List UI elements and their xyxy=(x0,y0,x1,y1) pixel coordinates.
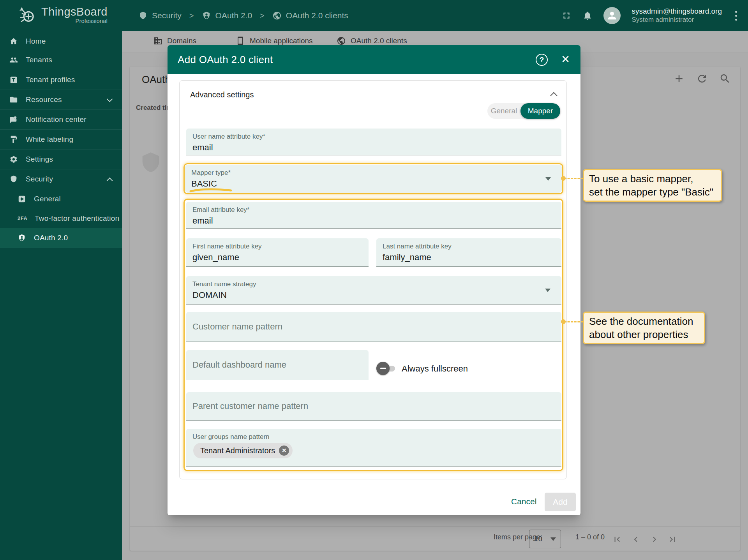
sidebar-item-security-general[interactable]: General xyxy=(0,189,122,209)
help-button[interactable]: ? xyxy=(536,54,548,66)
annotation-text-line: To use a basic mapper, xyxy=(589,172,716,185)
folder-icon xyxy=(9,95,18,104)
tenants-people-icon xyxy=(9,56,18,64)
tenant-administrators-chip[interactable]: Tenant Administrators ✕ xyxy=(193,443,293,458)
field-value: email xyxy=(192,216,555,226)
annotation-text-line: See the documentation xyxy=(589,315,699,328)
sidebar-item-white-labeling[interactable]: White labeling xyxy=(0,129,122,149)
always-fullscreen-label: Always fullscreen xyxy=(402,364,468,374)
yellow-underline-scribble xyxy=(189,188,233,192)
field-label: First name attribute key xyxy=(192,242,362,250)
notification-center-icon xyxy=(9,115,18,124)
field-value: email xyxy=(192,143,555,153)
username-attribute-key-field[interactable]: User name attribute key* email xyxy=(186,129,561,155)
breadcrumb-security[interactable]: Security xyxy=(138,11,182,20)
sidebar-item-notification-center[interactable]: Notification center xyxy=(0,109,122,129)
logo-subtitle: Professional xyxy=(75,18,108,24)
sidebar-item-label: Home xyxy=(26,37,46,46)
sidebar-item-label: White labeling xyxy=(26,135,73,144)
default-dashboard-name-field[interactable]: Default dashboard name xyxy=(186,350,369,380)
general-settings-icon xyxy=(18,195,26,203)
docs-annotation-callout: See the documentation about other proper… xyxy=(583,312,705,344)
mapper-type-select[interactable]: Mapper type* BASIC xyxy=(185,165,562,193)
chevron-down-icon xyxy=(107,96,113,102)
top-toolbar: ThingsBoard Professional Security > OAut… xyxy=(0,0,748,31)
more-menu-button[interactable] xyxy=(733,9,739,22)
annotation-connector-line xyxy=(564,178,583,179)
sidebar-item-home[interactable]: Home xyxy=(0,31,122,51)
dialog-title: Add OAuth 2.0 client xyxy=(178,54,273,66)
sidebar-item-resources[interactable]: Resources xyxy=(0,90,122,109)
format-paint-icon xyxy=(9,135,18,144)
sidebar-item-tenant-profiles[interactable]: Tenant profiles xyxy=(0,70,122,90)
always-fullscreen-toggle[interactable] xyxy=(376,362,399,375)
chip-label: Tenant Administrators xyxy=(200,446,275,455)
tenant-profiles-icon xyxy=(9,76,18,84)
first-name-attribute-key-field[interactable]: First name attribute key given_name xyxy=(186,238,369,267)
toggle-option-general[interactable]: General xyxy=(487,107,520,115)
shield-person-icon xyxy=(18,234,26,242)
breadcrumb-label: OAuth 2.0 clients xyxy=(286,11,348,20)
field-label: Mapper type* xyxy=(191,169,556,177)
cancel-button[interactable]: Cancel xyxy=(506,495,541,509)
toggle-thumb xyxy=(376,362,390,375)
sidebar-item-security[interactable]: Security xyxy=(0,169,122,189)
sidebar-item-settings[interactable]: Settings xyxy=(0,149,122,169)
user-email: sysadmin@thingsboard.org xyxy=(632,7,722,16)
user-info: sysadmin@thingsboard.org System administ… xyxy=(632,7,722,24)
shield-icon xyxy=(9,175,18,183)
sidebar-item-label: Settings xyxy=(26,155,53,164)
chip-remove-icon[interactable]: ✕ xyxy=(279,446,289,456)
sidebar-item-oauth2[interactable]: OAuth 2.0 xyxy=(0,228,122,248)
parent-customer-name-pattern-field[interactable]: Parent customer name pattern xyxy=(186,392,561,421)
annotation-text-line: set the mapper type "Basic" xyxy=(589,185,716,199)
shield-icon xyxy=(138,11,148,20)
field-label: User groups name pattern xyxy=(192,433,555,441)
user-avatar[interactable] xyxy=(603,7,621,24)
field-value: family_name xyxy=(383,252,555,262)
field-placeholder: Default dashboard name xyxy=(192,360,286,370)
user-role: System administrator xyxy=(632,16,722,24)
add-oauth-client-dialog: Add OAuth 2.0 client ? × Advanced settin… xyxy=(168,45,580,515)
field-label: Last name attribute key xyxy=(383,242,555,250)
dialog-header: Add OAuth 2.0 client ? × xyxy=(168,45,580,74)
sidebar-item-label: Notification center xyxy=(26,115,86,124)
breadcrumb-oauth-clients[interactable]: OAuth 2.0 clients xyxy=(272,11,348,20)
field-label: User name attribute key* xyxy=(192,132,555,141)
breadcrumb: Security > OAuth 2.0 > OAuth 2.0 clients xyxy=(138,0,348,31)
collapse-chevron-up-icon[interactable] xyxy=(550,92,557,99)
gear-icon xyxy=(9,155,18,164)
email-attribute-key-field[interactable]: Email attribute key* email xyxy=(186,202,561,229)
sidebar-item-label: Resources xyxy=(26,95,62,104)
breadcrumb-oauth[interactable]: OAuth 2.0 xyxy=(202,11,252,20)
two-factor-icon: 2FA xyxy=(18,215,27,221)
customer-name-pattern-field[interactable]: Customer name pattern xyxy=(186,312,561,342)
sidebar-item-label: OAuth 2.0 xyxy=(34,234,68,242)
sidebar-item-label: Security xyxy=(26,175,53,183)
sidebar-item-tenants[interactable]: Tenants xyxy=(0,50,122,70)
app-logo[interactable]: ThingsBoard Professional xyxy=(17,5,108,25)
breadcrumb-separator: > xyxy=(187,11,196,20)
field-value: BASIC xyxy=(191,179,556,189)
thingsboard-bug-icon xyxy=(17,5,37,25)
advanced-settings-panel: Advanced settings General Mapper User na… xyxy=(179,80,567,479)
logo-title: ThingsBoard xyxy=(41,5,108,18)
notifications-bell-button[interactable] xyxy=(582,11,593,21)
sidebar-item-label: General xyxy=(34,195,61,203)
sidebar-item-label: Tenants xyxy=(26,56,52,64)
annotation-text-line: about other properties xyxy=(589,328,699,341)
fullscreen-button[interactable] xyxy=(561,11,572,21)
close-icon[interactable]: × xyxy=(561,51,570,67)
last-name-attribute-key-field[interactable]: Last name attribute key family_name xyxy=(376,238,561,267)
chevron-up-icon xyxy=(107,178,113,184)
user-groups-name-pattern-field[interactable]: User groups name pattern Tenant Administ… xyxy=(186,429,561,467)
home-icon xyxy=(9,37,18,46)
breadcrumb-label: OAuth 2.0 xyxy=(215,11,252,20)
toggle-option-mapper[interactable]: Mapper xyxy=(520,103,560,119)
add-button[interactable]: Add xyxy=(545,493,576,511)
field-value: DOMAIN xyxy=(192,290,555,300)
tenant-name-strategy-select[interactable]: Tenant name strategy DOMAIN xyxy=(186,276,561,305)
mapper-annotation-callout: To use a basic mapper, set the mapper ty… xyxy=(583,169,722,202)
field-value: given_name xyxy=(192,252,362,262)
sidebar-item-two-factor-auth[interactable]: 2FA Two-factor authentication xyxy=(0,208,122,228)
